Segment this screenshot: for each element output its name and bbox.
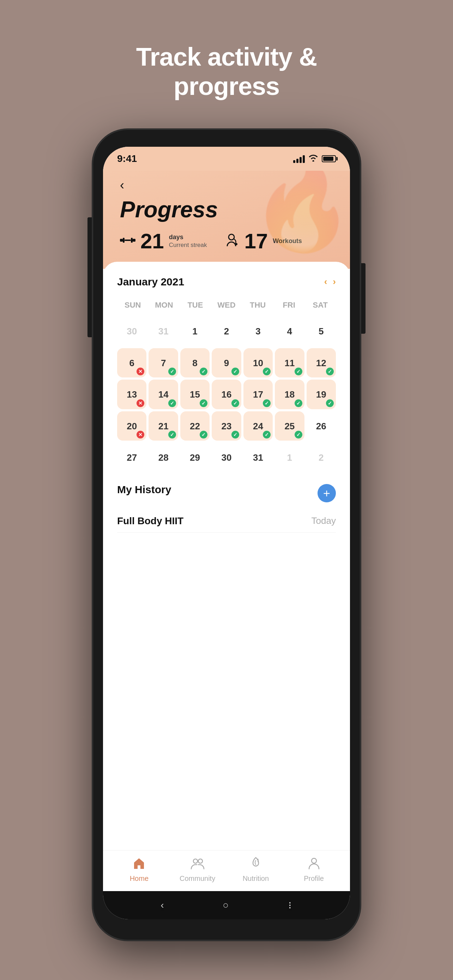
nav-item-community[interactable]: Community	[180, 857, 215, 883]
bottom-navigation: Home Community	[103, 850, 350, 891]
calendar-day[interactable]: 29	[180, 443, 210, 472]
calendar-month-year: January 2021	[117, 276, 184, 288]
calendar-day[interactable]: 13✕	[117, 380, 146, 409]
calendar-day[interactable]: 5	[307, 317, 336, 346]
history-list: Full Body HIITToday	[117, 510, 336, 533]
nav-item-home[interactable]: Home	[121, 857, 157, 883]
calendar-next-button[interactable]: ›	[333, 276, 336, 287]
add-history-button[interactable]: +	[318, 484, 336, 502]
battery-icon	[322, 155, 336, 162]
signal-icon	[293, 154, 305, 163]
calendar-header: January 2021 ‹ ›	[117, 276, 336, 288]
calendar-day[interactable]: 2	[212, 317, 241, 346]
calendar-day[interactable]: 10✓	[243, 348, 273, 377]
back-button[interactable]: ‹	[120, 178, 124, 192]
svg-point-7	[193, 859, 197, 863]
streak-stat: 21 days Current streak	[120, 231, 207, 252]
calendar-day[interactable]: 22✓	[180, 411, 210, 441]
nav-label-nutrition: Nutrition	[243, 875, 269, 883]
calendar-day[interactable]: 25✓	[275, 411, 304, 441]
app-header: 🔥 ‹ Progress 21	[103, 171, 350, 269]
history-item-time: Today	[312, 515, 336, 527]
calendar-day[interactable]: 18✓	[275, 380, 304, 409]
calendar-day[interactable]: 1	[275, 443, 304, 472]
status-bar: 9:41	[103, 147, 350, 171]
android-back-button[interactable]: ‹	[161, 900, 164, 911]
phone-device: 9:41 🔥 ‹ Progr	[92, 129, 361, 940]
calendar-day[interactable]: 12✓	[307, 348, 336, 377]
calendar-nav: ‹ ›	[324, 276, 336, 287]
svg-rect-4	[133, 239, 135, 242]
calendar-day[interactable]: 28	[149, 443, 178, 472]
app-content: January 2021 ‹ › SUN MON TUE WED THU FRI…	[103, 262, 350, 850]
calendar-day[interactable]: 16✓	[212, 380, 241, 409]
calendar-day[interactable]: 3	[243, 317, 273, 346]
nav-label-home: Home	[130, 875, 149, 883]
history-item-name: Full Body HIIT	[117, 515, 183, 527]
nav-label-profile: Profile	[304, 875, 324, 883]
android-recents-button[interactable]: ⫶	[288, 899, 292, 911]
page-title: Track activity & progress	[136, 42, 317, 101]
home-icon	[133, 857, 145, 872]
calendar-day[interactable]: 19✓	[307, 380, 336, 409]
calendar-day[interactable]: 23✓	[212, 411, 241, 441]
svg-rect-2	[124, 240, 131, 241]
calendar-day[interactable]: 31	[149, 317, 178, 346]
dumbbell-icon	[120, 234, 135, 248]
history-section-title: My History	[117, 484, 171, 496]
svg-point-5	[229, 234, 234, 240]
calendar-day[interactable]: 27	[117, 443, 146, 472]
wifi-icon	[308, 154, 318, 164]
svg-rect-0	[120, 239, 123, 242]
svg-rect-3	[131, 238, 133, 243]
calendar-day[interactable]: 7✓	[149, 348, 178, 377]
nav-label-community: Community	[180, 875, 215, 883]
calendar-day[interactable]: 30	[212, 443, 241, 472]
weekday-mon: MON	[149, 298, 180, 313]
calendar-day[interactable]: 15✓	[180, 380, 210, 409]
streak-label: days Current streak	[169, 233, 207, 249]
svg-rect-1	[123, 238, 124, 243]
calendar-day[interactable]: 8✓	[180, 348, 210, 377]
android-navigation-bar: ‹ ○ ⫶	[103, 891, 350, 920]
calendar-day[interactable]: 30	[117, 317, 146, 346]
calendar-day[interactable]: 31	[243, 443, 273, 472]
calendar-day[interactable]: 2	[307, 443, 336, 472]
calendar-day[interactable]: 9✓	[212, 348, 241, 377]
calendar-day[interactable]: 14✓	[149, 380, 178, 409]
phone-screen: 9:41 🔥 ‹ Progr	[103, 147, 350, 920]
calendar-day[interactable]: 26	[307, 411, 336, 441]
weekday-fri: FRI	[273, 298, 305, 313]
workout-icon	[224, 234, 239, 249]
calendar-day[interactable]: 17✓	[243, 380, 273, 409]
calendar-day[interactable]: 21✓	[149, 411, 178, 441]
status-icons	[293, 154, 336, 164]
calendar-day[interactable]: 1	[180, 317, 210, 346]
weekday-sun: SUN	[117, 298, 149, 313]
weekday-tue: TUE	[180, 298, 211, 313]
calendar-day[interactable]: 4	[275, 317, 304, 346]
nav-item-profile[interactable]: Profile	[296, 857, 332, 883]
nav-item-nutrition[interactable]: Nutrition	[238, 857, 273, 883]
calendar-grid: 3031123456✕7✓8✓9✓10✓11✓12✓13✕14✓15✓16✓17…	[117, 317, 336, 473]
status-time: 9:41	[117, 153, 137, 164]
calendar-day[interactable]: 20✕	[117, 411, 146, 441]
svg-point-6	[235, 243, 237, 245]
history-item[interactable]: Full Body HIITToday	[117, 510, 336, 533]
nutrition-icon	[250, 857, 261, 872]
profile-icon	[308, 857, 319, 872]
weekday-wed: WED	[211, 298, 242, 313]
community-icon	[191, 857, 205, 872]
android-home-button[interactable]: ○	[223, 900, 229, 911]
calendar-prev-button[interactable]: ‹	[324, 276, 327, 287]
svg-point-9	[312, 858, 316, 863]
calendar-day[interactable]: 24✓	[243, 411, 273, 441]
calendar-day[interactable]: 6✕	[117, 348, 146, 377]
svg-point-8	[198, 859, 202, 863]
calendar-day[interactable]: 11✓	[275, 348, 304, 377]
calendar-weekdays: SUN MON TUE WED THU FRI SAT	[117, 298, 336, 313]
history-section-header: My History +	[117, 484, 336, 503]
weekday-sat: SAT	[304, 298, 336, 313]
flame-bg-decoration: 🔥	[245, 171, 350, 257]
streak-number: 21	[140, 231, 164, 252]
